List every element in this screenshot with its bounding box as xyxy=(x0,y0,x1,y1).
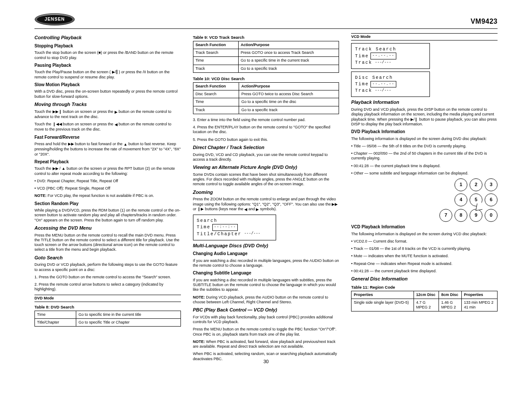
table-row: TimeGo to a specific time on the disc xyxy=(193,98,339,106)
note-repeat: NOTE: For VCD play, the repeat function … xyxy=(34,193,181,198)
repeat-icon-b: ▲ xyxy=(62,166,65,171)
keypad-5[interactable]: 5 xyxy=(470,193,482,206)
model-number: VM9423 xyxy=(470,17,498,26)
h-pbc: PBC (Play Back Control — VCD Only) xyxy=(193,307,339,313)
p-zoom: Press the ZOOM button on the remote cont… xyxy=(193,197,339,212)
repeat-icon-a: ▶▶ xyxy=(53,166,59,171)
goto-step5: 5. Press the GOTO button again to exit t… xyxy=(193,137,339,142)
h-slow: Slow Motion Playback xyxy=(34,82,181,88)
p-subtitle: If you are watching a disc recorded in m… xyxy=(193,278,339,293)
osd-disc-title: Disc Search xyxy=(355,75,426,81)
remote-keypad-bottom: 7 8 9 0 xyxy=(439,209,498,222)
p-audio: If you are watching a disc recorded in m… xyxy=(193,258,339,268)
h-audio: Changing Audio Language xyxy=(193,251,339,257)
zoom-step-icon: ❙▶ xyxy=(197,207,204,211)
note-audio: NOTE: During VCD playback, press the AUD… xyxy=(193,295,339,305)
osd-track-track-field: ---/--- xyxy=(375,60,391,66)
keypad-1[interactable]: 1 xyxy=(454,178,467,191)
zoom-left-icon: ◀ xyxy=(244,207,247,212)
goto-step3: 3. Enter a time into the field using the… xyxy=(193,118,339,122)
dvdinfo-4: • Other — some subtitle and language inf… xyxy=(351,171,498,176)
list-dvd: • DVD: Repeat Chapter, Repeat Title, Rep… xyxy=(34,179,181,184)
osd-search-box: Search Time --:--:-- Title/Chapter ---/-… xyxy=(193,215,276,240)
zoom-right-icon: ▶ xyxy=(256,207,259,212)
table-vcd-track-search: Table 9: VCD Track Search Search Functio… xyxy=(193,35,339,73)
right-column: VCD Mode Track Search Time --.--.-- Trac… xyxy=(351,32,498,364)
h-ffrw: Fast Forward/Reverse xyxy=(34,135,181,140)
p-repeat: Touch the ▶▶ / ▲ button on the screen or… xyxy=(34,166,181,176)
goto-step4: 4. Press the ENTER/PLAY button on the re… xyxy=(193,125,339,135)
keypad-6[interactable]: 6 xyxy=(485,193,498,206)
h-random: Section Random Play xyxy=(34,201,181,207)
p-disp: During DVD and VCD playback, press the D… xyxy=(351,107,498,127)
osd-search-tc-label: Title/Chapter xyxy=(197,231,242,237)
goto-step1: 1. Press the GOTO button on the remote c… xyxy=(34,275,181,280)
osd-search-time-label: Time xyxy=(197,224,211,230)
p-dvdinfo-intro: The following information is displayed o… xyxy=(351,137,498,141)
osd-search-title: Search xyxy=(197,218,272,224)
next-track-icon: ▶▶❙ xyxy=(53,109,62,114)
table-row: Title/ChapterGo to specific Title or Cha… xyxy=(35,318,181,326)
h-stopping: Stopping Playback xyxy=(34,44,181,49)
svg-text:JENSEN: JENSEN xyxy=(45,17,65,22)
osd-disc-search-box: Disc Search Time --.--.-- Track ---/--- xyxy=(351,72,430,97)
osd-disc-time-label: Time xyxy=(355,81,369,87)
h-disp: Playback Information xyxy=(351,100,498,106)
keypad-7[interactable]: 7 xyxy=(439,209,452,222)
table-row: Disc SearchPress GOTO twice to access Di… xyxy=(193,90,339,98)
up-arrow-icon: ▲ xyxy=(124,142,128,147)
osd-search-time-field: --:--:-- xyxy=(212,224,238,231)
goto-step2: 2. Press the remote control arrow button… xyxy=(34,282,181,292)
h-subtitle: Changing Subtitle Language xyxy=(193,271,339,276)
keypad-9[interactable]: 9 xyxy=(470,209,482,222)
left-column: Controlling Playback Stopping Playback T… xyxy=(34,32,181,364)
p-access: Press the MENU button on the remote cont… xyxy=(34,233,181,252)
keypad-8[interactable]: 8 xyxy=(454,209,467,222)
play-pause-icon-2: ▶/❙ xyxy=(411,117,418,121)
p-ffrw: Press and hold the ▶▶ button to fast for… xyxy=(34,142,181,157)
prev-track-icon: ❙◀◀ xyxy=(53,122,62,126)
dvdinfo-3: • 00:41:28 — the current playback time i… xyxy=(351,164,498,168)
table-row: TimeGo to a specific time in the current… xyxy=(193,57,339,65)
p-slow: With a DVD disc, press the on-screen but… xyxy=(34,89,181,99)
h-controlling: Controlling Playback xyxy=(34,35,181,41)
p-random: While playing a DVD/VCD, press the RDM b… xyxy=(34,208,181,223)
osd-track-track-label: Track xyxy=(355,59,372,66)
table-region: Table 11: Region Code Properties 12cm Di… xyxy=(351,285,498,312)
vcdinfo-4: • Repeat-One — indicates when Repeat mod… xyxy=(351,262,498,266)
page-number: 30 xyxy=(263,359,268,365)
osd-track-search-box: Track Search Time --.--.-- Track ---/--- xyxy=(351,43,430,69)
p-goto: During DVD or VCD playback, perform the … xyxy=(34,262,181,272)
p-angle: Some DVDs contain scenes that have been … xyxy=(193,172,339,187)
right-arrow-icon: ▶ xyxy=(115,110,118,115)
h-access: Accessing the DVD Menu xyxy=(34,225,181,231)
p-direct: During DVD, VCD and CD playback, you can… xyxy=(193,153,339,162)
keypad-3[interactable]: 3 xyxy=(485,178,498,191)
h-goto: Goto Search xyxy=(34,255,181,261)
h-region: General Disc Information xyxy=(351,276,498,282)
p-moving-next: Touch the ▶▶❙ button on screen or press … xyxy=(34,109,181,120)
middle-column: Table 9: VCD Track Search Search Functio… xyxy=(193,32,339,364)
left-arrow-icon: ◀ xyxy=(115,122,118,127)
remote-keypad: 1 2 3 4 5 6 xyxy=(454,178,498,206)
table-row: Track SearchPress GOTO once to access Tr… xyxy=(193,49,339,57)
zoom-ff-icon: ▶▶ xyxy=(332,202,338,206)
vcdinfo-2: • Track — 01/08 — the 1st of 8 tracks on… xyxy=(351,246,498,251)
h-vcdinfo: VCD Playback Information xyxy=(351,224,498,230)
keypad-0[interactable]: 0 xyxy=(485,209,498,222)
h-dvdinfo: DVD Playback Information xyxy=(351,129,498,135)
osd-search-tc-field: ---/--- xyxy=(244,231,261,237)
h-multi: Multi-Language Discs (DVD Only) xyxy=(193,243,339,249)
fast-forward-icon: ▶▶ xyxy=(68,142,74,146)
table-row: TrackGo to a specific track xyxy=(193,106,339,114)
keypad-4[interactable]: 4 xyxy=(454,193,467,206)
table-vcd-disc-search: Table 10: VCD Disc Search Search Functio… xyxy=(193,76,339,114)
table-row: Single side single layer (DVD-5) 4.7 GMP… xyxy=(352,299,498,311)
keypad-2[interactable]: 2 xyxy=(470,178,482,191)
lbl-dvd-mode: DVD Mode xyxy=(34,295,181,302)
play-pause-icon: ▶/ǁ xyxy=(112,70,118,74)
p-vcdinfo-intro: The following information is displayed o… xyxy=(351,232,498,237)
dvdinfo-1: • Title — 05/08 — the 5th of 8 titles on… xyxy=(351,144,498,149)
p-stopping: Touch the stop button on the screen (■) … xyxy=(34,50,181,60)
h-zoom: Zooming xyxy=(193,190,339,196)
